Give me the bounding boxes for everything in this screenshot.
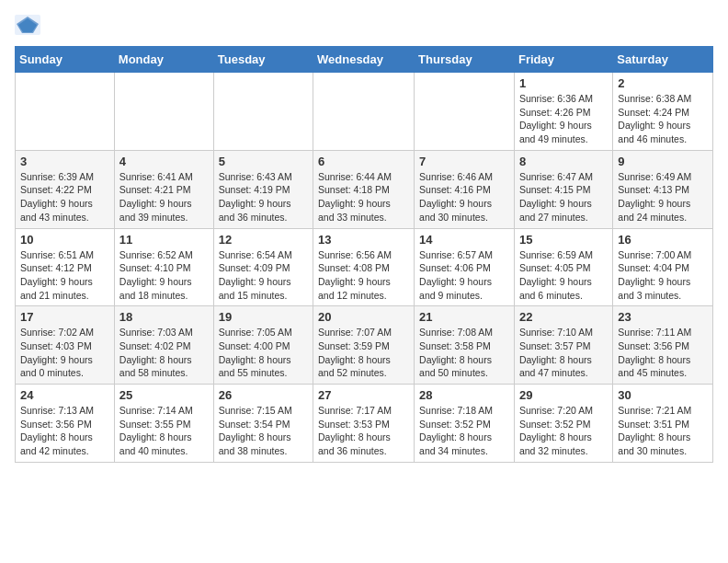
day-info: Sunrise: 7:02 AM Sunset: 4:03 PM Dayligh… [20,326,109,380]
calendar-cell: 29Sunrise: 7:20 AM Sunset: 3:52 PM Dayli… [514,385,612,463]
calendar-cell: 2Sunrise: 6:38 AM Sunset: 4:24 PM Daylig… [613,73,713,151]
day-number: 9 [618,155,708,168]
day-number: 27 [318,388,409,402]
day-info: Sunrise: 7:15 AM Sunset: 3:54 PM Dayligh… [219,404,308,458]
calendar-header-row: SundayMondayTuesdayWednesdayThursdayFrid… [16,47,713,73]
calendar-week-5: 24Sunrise: 7:13 AM Sunset: 3:56 PM Dayli… [16,385,713,463]
day-number: 3 [20,155,109,168]
day-info: Sunrise: 7:20 AM Sunset: 3:52 PM Dayligh… [519,404,608,458]
day-header-wednesday: Wednesday [313,47,415,73]
day-info: Sunrise: 6:54 AM Sunset: 4:09 PM Dayligh… [219,248,308,303]
calendar-cell: 9Sunrise: 6:49 AM Sunset: 4:13 PM Daylig… [613,150,713,228]
calendar-week-2: 3Sunrise: 6:39 AM Sunset: 4:22 PM Daylig… [16,150,713,228]
day-info: Sunrise: 6:51 AM Sunset: 4:12 PM Dayligh… [20,248,109,303]
day-number: 24 [20,388,109,402]
day-info: Sunrise: 6:49 AM Sunset: 4:13 PM Dayligh… [618,170,708,224]
calendar-cell: 21Sunrise: 7:08 AM Sunset: 3:58 PM Dayli… [415,306,515,385]
calendar-cell: 8Sunrise: 6:47 AM Sunset: 4:15 PM Daylig… [514,150,612,228]
calendar-cell: 3Sunrise: 6:39 AM Sunset: 4:22 PM Daylig… [16,150,115,228]
calendar-cell: 14Sunrise: 6:57 AM Sunset: 4:06 PM Dayli… [415,228,515,306]
day-header-friday: Friday [514,47,612,73]
calendar-cell: 17Sunrise: 7:02 AM Sunset: 4:03 PM Dayli… [16,306,115,385]
day-info: Sunrise: 6:59 AM Sunset: 4:05 PM Dayligh… [519,248,608,303]
day-info: Sunrise: 7:00 AM Sunset: 4:04 PM Dayligh… [618,248,708,303]
calendar-cell: 20Sunrise: 7:07 AM Sunset: 3:59 PM Dayli… [313,306,415,385]
calendar-cell: 28Sunrise: 7:18 AM Sunset: 3:52 PM Dayli… [415,385,515,463]
calendar-cell: 10Sunrise: 6:51 AM Sunset: 4:12 PM Dayli… [16,228,115,306]
day-number: 2 [618,76,708,90]
day-number: 5 [219,155,308,168]
day-number: 16 [618,233,708,247]
day-info: Sunrise: 7:18 AM Sunset: 3:52 PM Dayligh… [419,404,509,458]
header [15,15,713,35]
calendar-cell [16,73,115,151]
day-info: Sunrise: 7:03 AM Sunset: 4:02 PM Dayligh… [119,326,209,380]
day-info: Sunrise: 7:14 AM Sunset: 3:55 PM Dayligh… [119,404,209,458]
day-number: 15 [519,233,608,247]
day-info: Sunrise: 6:44 AM Sunset: 4:18 PM Dayligh… [318,170,409,224]
calendar-cell [114,73,213,151]
calendar-cell: 19Sunrise: 7:05 AM Sunset: 4:00 PM Dayli… [213,306,313,385]
day-number: 4 [119,155,209,168]
logo [15,15,42,35]
day-info: Sunrise: 6:57 AM Sunset: 4:06 PM Dayligh… [419,248,509,303]
day-info: Sunrise: 7:21 AM Sunset: 3:51 PM Dayligh… [618,404,708,458]
calendar-cell: 6Sunrise: 6:44 AM Sunset: 4:18 PM Daylig… [313,150,415,228]
day-info: Sunrise: 7:11 AM Sunset: 3:56 PM Dayligh… [618,326,708,380]
calendar-cell: 26Sunrise: 7:15 AM Sunset: 3:54 PM Dayli… [213,385,313,463]
day-info: Sunrise: 6:43 AM Sunset: 4:19 PM Dayligh… [219,170,308,224]
calendar-cell: 15Sunrise: 6:59 AM Sunset: 4:05 PM Dayli… [514,228,612,306]
day-info: Sunrise: 6:36 AM Sunset: 4:26 PM Dayligh… [519,92,608,146]
calendar-cell [313,73,415,151]
day-header-thursday: Thursday [415,47,515,73]
day-number: 22 [519,310,608,324]
day-number: 30 [618,388,708,402]
day-number: 13 [318,233,409,247]
day-info: Sunrise: 6:56 AM Sunset: 4:08 PM Dayligh… [318,248,409,303]
day-number: 11 [119,233,209,247]
calendar-cell [213,73,313,151]
day-info: Sunrise: 7:07 AM Sunset: 3:59 PM Dayligh… [318,326,409,380]
day-number: 10 [20,233,109,247]
calendar-cell: 23Sunrise: 7:11 AM Sunset: 3:56 PM Dayli… [613,306,713,385]
calendar-cell: 5Sunrise: 6:43 AM Sunset: 4:19 PM Daylig… [213,150,313,228]
day-number: 21 [419,310,509,324]
calendar-cell: 16Sunrise: 7:00 AM Sunset: 4:04 PM Dayli… [613,228,713,306]
day-header-saturday: Saturday [613,47,713,73]
day-info: Sunrise: 6:47 AM Sunset: 4:15 PM Dayligh… [519,170,608,224]
day-info: Sunrise: 6:38 AM Sunset: 4:24 PM Dayligh… [618,92,708,146]
calendar-cell: 12Sunrise: 6:54 AM Sunset: 4:09 PM Dayli… [213,228,313,306]
day-info: Sunrise: 6:46 AM Sunset: 4:16 PM Dayligh… [419,170,509,224]
day-number: 1 [519,76,608,90]
day-info: Sunrise: 6:41 AM Sunset: 4:21 PM Dayligh… [119,170,209,224]
day-number: 25 [119,388,209,402]
day-number: 17 [20,310,109,324]
day-info: Sunrise: 6:52 AM Sunset: 4:10 PM Dayligh… [119,248,209,303]
day-number: 8 [519,155,608,168]
day-info: Sunrise: 7:17 AM Sunset: 3:53 PM Dayligh… [318,404,409,458]
day-header-tuesday: Tuesday [213,47,313,73]
calendar-cell: 18Sunrise: 7:03 AM Sunset: 4:02 PM Dayli… [114,306,213,385]
day-number: 6 [318,155,409,168]
day-info: Sunrise: 6:39 AM Sunset: 4:22 PM Dayligh… [20,170,109,224]
calendar-cell: 30Sunrise: 7:21 AM Sunset: 3:51 PM Dayli… [613,385,713,463]
day-info: Sunrise: 7:08 AM Sunset: 3:58 PM Dayligh… [419,326,509,380]
calendar-cell: 22Sunrise: 7:10 AM Sunset: 3:57 PM Dayli… [514,306,612,385]
calendar-cell [415,73,515,151]
day-number: 29 [519,388,608,402]
day-header-sunday: Sunday [16,47,115,73]
day-header-monday: Monday [114,47,213,73]
day-info: Sunrise: 7:05 AM Sunset: 4:00 PM Dayligh… [219,326,308,380]
day-number: 20 [318,310,409,324]
day-number: 18 [119,310,209,324]
day-number: 26 [219,388,308,402]
calendar-cell: 24Sunrise: 7:13 AM Sunset: 3:56 PM Dayli… [16,385,115,463]
day-number: 23 [618,310,708,324]
calendar-cell: 4Sunrise: 6:41 AM Sunset: 4:21 PM Daylig… [114,150,213,228]
day-number: 19 [219,310,308,324]
day-number: 7 [419,155,509,168]
calendar-cell: 11Sunrise: 6:52 AM Sunset: 4:10 PM Dayli… [114,228,213,306]
calendar-cell: 25Sunrise: 7:14 AM Sunset: 3:55 PM Dayli… [114,385,213,463]
day-number: 28 [419,388,509,402]
calendar-cell: 13Sunrise: 6:56 AM Sunset: 4:08 PM Dayli… [313,228,415,306]
